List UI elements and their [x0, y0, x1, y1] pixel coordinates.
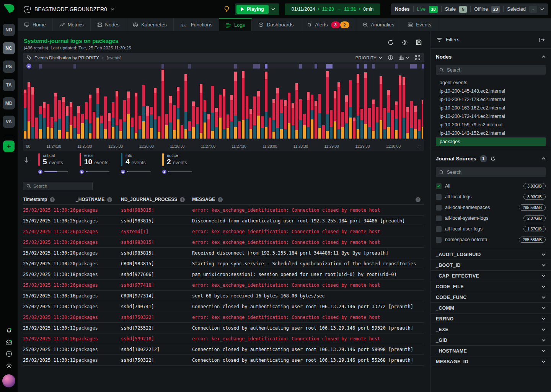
column-info-icon[interactable]: i [180, 197, 185, 202]
stacked-bar[interactable] [295, 83, 298, 139]
node-filter-item[interactable]: agent-events [436, 78, 546, 87]
space-item-nd[interactable]: ND [3, 24, 15, 36]
stacked-bar[interactable] [372, 100, 375, 139]
column-header-_hostname[interactable]: _HOSTNAMEi [76, 197, 121, 202]
stacked-bar[interactable] [376, 107, 378, 139]
checkbox-unchecked[interactable] [436, 237, 442, 243]
node-filter-item[interactable]: ip-10-200-143-152.ec2.internal [436, 129, 546, 137]
journal-source-item[interactable]: all-local-user-logs1.57GiB [436, 224, 546, 234]
stacked-bar[interactable] [242, 71, 245, 139]
stacked-bar[interactable] [315, 101, 317, 139]
column-header-nd_journal_process[interactable]: ND_JOURNAL_PROCESSi [121, 197, 192, 202]
resize-handle[interactable]: .:: [417, 144, 421, 148]
stacked-bar[interactable] [161, 70, 164, 139]
stacked-bar[interactable] [391, 110, 394, 139]
tab-metrics[interactable]: Metrics [53, 18, 91, 31]
stacked-bar[interactable] [341, 112, 344, 139]
stacked-bar[interactable] [142, 85, 145, 139]
table-row[interactable]: 25/02/2025 11:30:26packagessshd[983815]e… [23, 205, 424, 216]
stacked-bar[interactable] [280, 100, 283, 139]
field-section-_exe[interactable]: _EXE [430, 324, 551, 335]
stacked-bar[interactable] [334, 91, 336, 139]
stacked-bar[interactable] [272, 99, 275, 139]
stacked-bar[interactable] [299, 99, 302, 139]
collapse-sidebar-icon[interactable] [539, 38, 545, 42]
tab-dashboards[interactable]: Dashboards [252, 18, 300, 31]
stacked-bar[interactable] [127, 91, 130, 139]
stacked-bar[interactable] [422, 100, 423, 139]
stacked-bar[interactable] [403, 77, 405, 139]
stacked-bar[interactable] [89, 95, 91, 139]
stacked-bar[interactable] [51, 117, 53, 139]
legend-item-error[interactable]: error10 events▲ [80, 153, 109, 174]
stacked-bar[interactable] [39, 106, 42, 139]
node-filter-item[interactable]: packages [436, 137, 546, 146]
chart-settings-gear-icon[interactable] [402, 39, 408, 46]
table-row[interactable]: 25/02/2025 11:30:26packagessshd[750322]e… [23, 312, 424, 323]
stacked-bar[interactable] [131, 118, 134, 139]
stacked-bar[interactable] [169, 96, 172, 139]
stacked-bar[interactable] [173, 105, 176, 139]
stacked-bar[interactable] [234, 72, 237, 139]
playing-pill[interactable]: Playing [236, 5, 268, 14]
stacked-bar[interactable] [100, 116, 103, 139]
anomaly-slider[interactable]: ▲ [38, 170, 68, 174]
table-row[interactable]: 25/02/2025 11:30:12packagessshd[750322]C… [23, 355, 424, 366]
table-row[interactable]: 25/02/2025 11:30:12packagessshd[10022212… [23, 344, 424, 355]
stacked-bar[interactable] [345, 95, 348, 139]
chart-plot-area[interactable] [24, 70, 423, 139]
stacked-bar[interactable] [357, 74, 359, 139]
stacked-bar[interactable] [223, 89, 225, 139]
stacked-bar[interactable] [188, 121, 191, 139]
tab-logs[interactable]: Logs [219, 18, 252, 31]
stacked-bar[interactable] [330, 110, 333, 139]
sort-arrow-icon[interactable] [24, 157, 29, 174]
stacked-bar[interactable] [73, 116, 76, 139]
stacked-bar[interactable] [246, 96, 248, 139]
stacked-bar[interactable] [123, 100, 126, 139]
legend-item-critical[interactable]: critical5 events▲ [38, 153, 68, 174]
stacked-bar[interactable] [70, 102, 72, 139]
table-row[interactable]: 25/02/2025 11:30:26packagessshd[983815]e… [23, 237, 424, 248]
field-section-_comm[interactable]: _COMM [430, 302, 551, 313]
stacked-bar[interactable] [292, 103, 294, 139]
stacked-bar[interactable] [215, 108, 218, 139]
column-info-icon[interactable]: i [218, 197, 223, 202]
stacked-bar[interactable] [207, 114, 210, 139]
space-item-ta[interactable]: TA [3, 79, 15, 91]
stacked-bar[interactable] [58, 100, 61, 139]
stacked-bar[interactable] [54, 93, 57, 139]
legend-item-info[interactable]: info4 events▲ [121, 153, 151, 174]
table-info-icon[interactable]: i [416, 197, 421, 202]
notifications-bell-icon[interactable] [6, 327, 12, 334]
field-section-_audit_loginuid[interactable]: _AUDIT_LOGINUID [430, 249, 551, 260]
table-row[interactable]: 25/02/2025 11:30:25packagessshd[983815]D… [23, 216, 424, 226]
table-row[interactable]: 25/02/2025 11:30:20packagessshd[983815]R… [23, 248, 424, 258]
stacked-bar[interactable] [81, 114, 84, 139]
anomaly-slider[interactable]: ▲ [121, 170, 151, 174]
stacked-bar[interactable] [28, 82, 30, 139]
node-filter-item[interactable]: ip-10-200-172-178.ec2.internal [436, 95, 546, 104]
stacked-bar[interactable] [181, 125, 183, 139]
group-by-priority-dropdown[interactable]: PRIORITY [355, 56, 382, 60]
stacked-bar[interactable] [139, 116, 141, 139]
journal-source-item[interactable]: ✓All3.93GiB [436, 181, 546, 191]
stacked-bar[interactable] [85, 102, 88, 139]
tab-anomalies[interactable]: Anomalies [356, 18, 401, 31]
stacked-bar[interactable] [418, 119, 421, 139]
stacked-bar[interactable] [24, 90, 26, 139]
stacked-bar[interactable] [108, 113, 111, 139]
stacked-bar[interactable] [35, 118, 38, 139]
table-row[interactable]: 25/02/2025 11:30:26packagessystemd[1]err… [23, 226, 424, 237]
stacked-bar[interactable] [276, 88, 279, 139]
stacked-bar[interactable] [96, 88, 99, 139]
checkbox-unchecked[interactable] [436, 216, 442, 221]
stacked-bar[interactable] [116, 91, 118, 139]
node-filter-item[interactable]: ip-10-200-172-144.ec2.internal [436, 112, 546, 121]
stacked-bar[interactable] [165, 114, 168, 139]
stacked-bar[interactable] [303, 114, 306, 139]
chevron-down-icon[interactable] [271, 8, 275, 10]
stacked-bar[interactable] [353, 118, 355, 139]
field-section-_boot_id[interactable]: _BOOT_ID [430, 260, 551, 270]
node-filter-item[interactable]: ip-10-200-145-148.ec2.internal [436, 87, 546, 95]
